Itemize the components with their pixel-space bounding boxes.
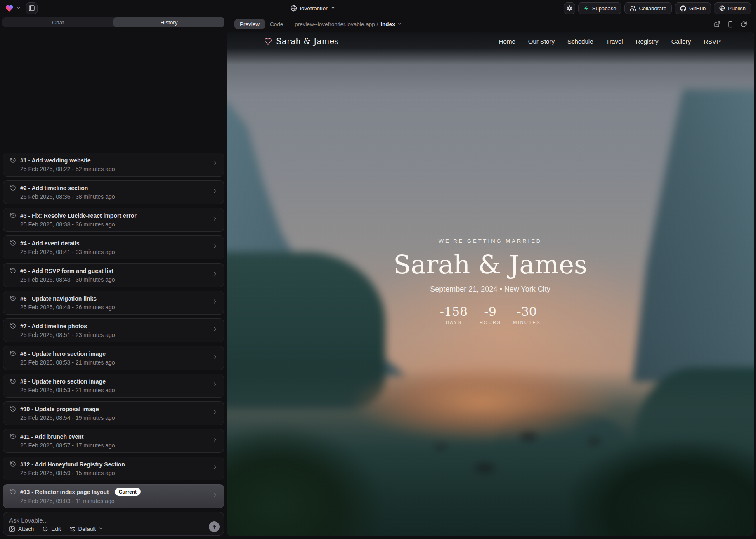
chevron-right-icon[interactable] (212, 215, 218, 224)
history-item-timestamp: 25 Feb 2025, 08:51 - 23 minutes ago (10, 332, 206, 338)
tab-chat[interactable]: Chat (2, 17, 113, 27)
history-item-title: #12 - Add Honeyfund Registry Section (20, 461, 125, 468)
tab-code[interactable]: Code (265, 19, 288, 29)
settings-button[interactable] (564, 2, 575, 14)
history-item[interactable]: #11 - Add brunch event 25 Feb 2025, 08:5… (3, 429, 224, 453)
collaborate-button[interactable]: Collaborate (624, 2, 672, 14)
history-item-title: #13 - Refactor index page layout (20, 489, 109, 495)
chevron-right-icon[interactable] (212, 160, 218, 168)
history-item-timestamp: 25 Feb 2025, 08:41 - 33 minutes ago (10, 249, 206, 255)
history-item[interactable]: #9 - Update hero section image 25 Feb 20… (3, 374, 224, 398)
publish-button[interactable]: Publish (714, 2, 751, 14)
attach-button[interactable]: Attach (9, 526, 34, 532)
gear-icon (566, 5, 573, 12)
preview-url-prefix: preview--lovefrontier.lovable.app / (295, 21, 378, 27)
history-item[interactable]: #3 - Fix: Resolve Lucide-react import er… (3, 208, 224, 232)
mobile-view-icon[interactable] (727, 21, 734, 28)
countdown: -158 DAYS -9 HOURS -30 MINUTES (227, 304, 754, 325)
history-item-title: #9 - Update hero section image (20, 378, 106, 385)
prompt-composer[interactable]: Ask Lovable... Attach Edit (3, 512, 224, 536)
site-logo-text: Sarah & James (276, 36, 339, 46)
history-item[interactable]: #7 - Add timeline photos 25 Feb 2025, 08… (3, 318, 224, 342)
preview-url[interactable]: preview--lovefrontier.lovable.app / inde… (295, 21, 402, 27)
github-button[interactable]: GitHub (675, 2, 711, 14)
supabase-button[interactable]: Supabase (578, 2, 622, 14)
countdown-value: -30 (513, 304, 541, 319)
chevron-right-icon[interactable] (212, 353, 218, 362)
history-item[interactable]: #10 - Update proposal image 25 Feb 2025,… (3, 401, 224, 425)
history-item-timestamp: 25 Feb 2025, 08:48 - 26 minutes ago (10, 304, 206, 311)
history-item-timestamp: 25 Feb 2025, 08:54 - 19 minutes ago (10, 414, 206, 421)
edit-select-button[interactable]: Edit (42, 526, 61, 532)
chevron-right-icon[interactable] (212, 243, 218, 251)
arrow-up-icon (212, 524, 217, 530)
project-name: lovefrontier (300, 5, 328, 12)
chevron-right-icon[interactable] (212, 326, 218, 334)
chevron-down-icon (99, 526, 103, 532)
history-item[interactable]: #2 - Add timeline section 25 Feb 2025, 0… (3, 180, 224, 204)
history-item[interactable]: #8 - Update hero section image 25 Feb 20… (3, 346, 224, 370)
history-item-title: #6 - Update navigation links (20, 295, 97, 302)
globe-icon (719, 5, 725, 11)
tab-history[interactable]: History (113, 17, 224, 27)
chevron-right-icon[interactable] (212, 381, 218, 389)
history-icon (10, 212, 16, 219)
history-icon (10, 351, 16, 357)
refresh-icon[interactable] (740, 21, 747, 28)
tab-preview[interactable]: Preview (234, 19, 265, 29)
prompt-input[interactable]: Ask Lovable... (9, 517, 218, 524)
site-nav-link[interactable]: Registry (636, 38, 659, 45)
history-item-title: #4 - Add event details (20, 240, 79, 247)
lovable-heart-logo[interactable] (5, 4, 14, 13)
site-nav-link[interactable]: Home (499, 38, 515, 45)
site-nav-link[interactable]: Our Story (528, 38, 555, 45)
site-nav-link[interactable]: Schedule (567, 38, 593, 45)
sidebar-toggle-button[interactable] (26, 2, 38, 14)
chat-history-panel: Chat History #1 - Add wedding website 25… (0, 16, 227, 536)
site-nav-link[interactable]: Travel (606, 38, 623, 45)
history-item-title: #10 - Update proposal image (20, 406, 99, 412)
site-logo[interactable]: Sarah & James (264, 36, 339, 46)
history-item-timestamp: 25 Feb 2025, 08:59 - 15 minutes ago (10, 470, 206, 476)
history-item-timestamp: 25 Feb 2025, 08:53 - 21 minutes ago (10, 359, 206, 366)
history-icon (10, 489, 16, 495)
image-icon (9, 526, 15, 532)
chevron-down-icon (397, 21, 402, 27)
history-item[interactable]: #13 - Refactor index page layout Current… (3, 484, 224, 508)
chevron-right-icon[interactable] (212, 271, 218, 279)
history-item-timestamp: 25 Feb 2025, 08:53 - 21 minutes ago (10, 387, 206, 393)
preview-panel: Preview Code preview--lovefrontier.lovab… (227, 16, 754, 536)
history-list: #1 - Add wedding website 25 Feb 2025, 08… (2, 27, 224, 512)
collaborate-label: Collaborate (639, 5, 666, 12)
sliders-icon (69, 526, 76, 532)
github-label: GitHub (689, 5, 706, 12)
history-item[interactable]: #5 - Add RSVP form and guest list 25 Feb… (3, 263, 224, 287)
project-switcher[interactable]: lovefrontier (291, 0, 335, 16)
site-nav-link[interactable]: RSVP (704, 38, 721, 45)
site-preview-frame: Sarah & James Home Our Story Schedule Tr… (227, 32, 754, 536)
open-external-icon[interactable] (714, 21, 721, 28)
history-item-title: #8 - Update hero section image (20, 351, 106, 357)
history-item-title: #7 - Add timeline photos (20, 323, 87, 330)
history-item[interactable]: #12 - Add Honeyfund Registry Section 25 … (3, 457, 224, 480)
chevron-down-icon[interactable] (16, 5, 21, 12)
chevron-right-icon[interactable] (212, 492, 218, 500)
supabase-bolt-icon (584, 5, 589, 11)
history-item[interactable]: #6 - Update navigation links 25 Feb 2025… (3, 291, 224, 315)
preview-toolbar: Preview Code preview--lovefrontier.lovab… (227, 16, 754, 32)
countdown-item: -9 HOURS (478, 304, 502, 325)
history-item[interactable]: #1 - Add wedding website 25 Feb 2025, 08… (3, 153, 224, 177)
chevron-right-icon[interactable] (212, 409, 218, 417)
hero-subtitle: September 21, 2024 • New York City (227, 285, 754, 294)
countdown-value: -9 (478, 304, 502, 319)
chevron-right-icon[interactable] (212, 436, 218, 445)
mode-select[interactable]: Default (69, 526, 104, 532)
chevron-right-icon[interactable] (212, 464, 218, 472)
chevron-right-icon[interactable] (212, 188, 218, 196)
countdown-label: HOURS (478, 320, 502, 325)
history-item[interactable]: #4 - Add event details 25 Feb 2025, 08:4… (3, 235, 224, 259)
send-button[interactable] (209, 521, 220, 532)
countdown-label: MINUTES (513, 320, 541, 325)
site-nav-link[interactable]: Gallery (671, 38, 691, 45)
chevron-right-icon[interactable] (212, 298, 218, 306)
